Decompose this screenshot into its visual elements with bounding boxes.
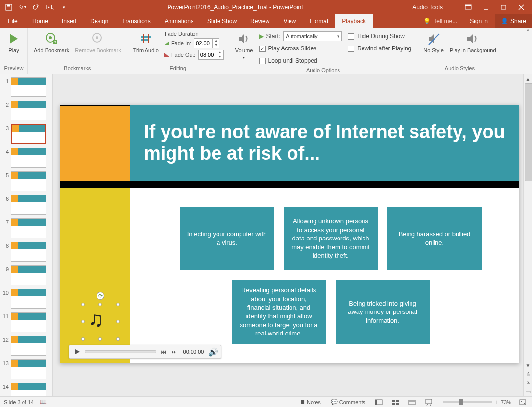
tell-me-search[interactable]: 💡 Tell me... (417, 14, 463, 28)
slide-thumbnail[interactable]: 6 (1, 195, 51, 215)
thumbnail-preview[interactable] (11, 171, 46, 191)
slide-card[interactable]: Allowing unknown persons to access your … (284, 207, 378, 270)
tab-view[interactable]: View (276, 14, 303, 28)
volume-icon[interactable]: 🔊 (209, 348, 217, 356)
tab-design[interactable]: Design (83, 14, 115, 28)
resize-handle[interactable] (81, 337, 85, 341)
slide-thumbnail[interactable]: 1 (1, 77, 51, 97)
ribbon-display-options-icon[interactable] (464, 3, 472, 11)
zoom-slider[interactable]: − + (443, 401, 492, 403)
slide-thumbnail[interactable]: 12 (1, 336, 51, 356)
reading-view-button[interactable] (407, 398, 417, 407)
save-icon[interactable] (5, 3, 13, 11)
play-preview-button[interactable]: Play (3, 30, 24, 55)
redo-icon[interactable] (32, 3, 40, 11)
thumbnail-preview[interactable] (11, 101, 46, 120)
play-in-background-button[interactable]: Play in Background (447, 30, 499, 55)
audio-track-slider[interactable] (85, 350, 156, 353)
rewind-after-playing-checkbox[interactable]: Rewind after Playing (348, 43, 411, 54)
slide-thumbnail[interactable]: 4 (1, 148, 51, 168)
thumbnail-preview[interactable] (11, 312, 46, 332)
thumbnail-preview[interactable] (11, 124, 46, 144)
play-button[interactable] (73, 347, 82, 356)
spinner-down[interactable]: ▼ (217, 55, 223, 59)
close-button[interactable] (517, 3, 525, 11)
qat-customize-icon[interactable]: ▾ (60, 3, 68, 11)
slide-thumbnail[interactable]: 7 (1, 218, 51, 238)
hide-during-show-checkbox[interactable]: Hide During Show (348, 31, 411, 42)
trim-audio-button[interactable]: Trim Audio (130, 30, 162, 55)
thumbnail-preview[interactable] (11, 383, 46, 396)
scrollbar-thumb[interactable] (525, 83, 532, 181)
thumbnail-preview[interactable] (11, 359, 46, 379)
fit-to-window-button[interactable] (517, 398, 528, 407)
fit-slide-icon[interactable]: ▭ (524, 387, 532, 396)
thumbnail-preview[interactable] (11, 289, 46, 309)
resize-handle[interactable] (116, 303, 120, 306)
tab-file[interactable]: File (0, 14, 25, 28)
resize-handle[interactable] (116, 320, 120, 323)
start-from-beginning-icon[interactable] (46, 3, 54, 11)
zoom-out-button[interactable]: − (436, 398, 440, 406)
tab-format[interactable]: Format (303, 14, 335, 28)
tab-playback[interactable]: Playback (335, 14, 373, 28)
resize-handle[interactable] (98, 303, 102, 306)
tab-home[interactable]: Home (25, 14, 55, 28)
zoom-slider-thumb[interactable] (459, 399, 463, 405)
spinner-down[interactable]: ▼ (212, 43, 219, 48)
tab-review[interactable]: Review (243, 14, 276, 28)
start-dropdown[interactable]: Automatically ▾ (283, 31, 342, 41)
zoom-percent[interactable]: 73% (501, 399, 511, 405)
fade-in-spinner[interactable]: ▲▼ (194, 38, 219, 48)
resize-handle[interactable] (98, 337, 102, 341)
slide-canvas[interactable]: If you're not aware of Internet safety, … (60, 105, 519, 363)
thumbnail-preview[interactable] (11, 336, 46, 356)
slide-thumbnail[interactable]: 3 (1, 124, 51, 144)
volume-button[interactable]: Volume▾ (232, 30, 256, 62)
slide-thumbnail[interactable]: 9 (1, 265, 51, 285)
thumbnail-preview[interactable] (11, 148, 46, 168)
thumbnail-preview[interactable] (11, 195, 46, 215)
sign-in-button[interactable]: Sign in (463, 14, 495, 28)
thumbnail-preview[interactable] (11, 77, 46, 97)
loop-until-stopped-checkbox[interactable]: Loop until Stopped (259, 55, 342, 66)
thumbnail-preview[interactable] (11, 242, 46, 262)
resize-handle[interactable] (81, 303, 85, 306)
no-style-button[interactable]: No Style (420, 30, 447, 55)
zoom-in-button[interactable]: + (495, 398, 499, 406)
fade-in-input[interactable] (194, 40, 212, 46)
notes-button[interactable]: ≣Notes (298, 399, 323, 405)
rotate-handle-icon[interactable]: ⟳ (97, 292, 104, 300)
slide-thumbnail[interactable]: 13 (1, 359, 51, 379)
skip-forward-icon[interactable]: ⏭ (170, 348, 178, 356)
add-bookmark-button[interactable]: Add Bookmark (31, 30, 72, 55)
slide-card[interactable]: Being tricked into giving away money or … (336, 280, 430, 344)
slide-show-button[interactable] (423, 398, 434, 407)
fade-out-spinner[interactable]: ▲▼ (198, 50, 224, 60)
tab-insert[interactable]: Insert (55, 14, 83, 28)
collapse-ribbon-icon[interactable]: ^ (527, 29, 529, 34)
slide-card[interactable]: Infecting your computer with a virus. (180, 207, 274, 270)
spinner-up[interactable]: ▲ (212, 39, 219, 43)
tab-transitions[interactable]: Transitions (115, 14, 157, 28)
comments-button[interactable]: 💬Comments (329, 399, 367, 405)
slide-card[interactable]: Revealing personal details about your lo… (232, 280, 326, 344)
slide-thumbnail[interactable]: 10 (1, 289, 51, 309)
audio-object-selected[interactable]: ⟳ ♫ (83, 305, 118, 339)
audio-mini-player[interactable]: ⏮ ⏭ 00:00.00 🔊 (69, 345, 221, 359)
undo-icon[interactable]: ▾ (19, 3, 26, 11)
resize-handle[interactable] (116, 337, 120, 341)
resize-handle[interactable] (81, 320, 85, 323)
play-across-slides-checkbox[interactable]: Play Across Slides (259, 43, 342, 54)
slide-sorter-button[interactable] (390, 398, 401, 407)
scroll-up-icon[interactable]: ▲ (524, 74, 532, 83)
slide-thumbnail[interactable]: 5 (1, 171, 51, 191)
vertical-scrollbar[interactable]: ▲ ▼ ≙ ≚ ▭ (523, 74, 532, 396)
maximize-button[interactable] (500, 3, 508, 11)
slide-thumbnail[interactable]: 2 (1, 101, 51, 120)
slide-thumbnail[interactable]: 14 (1, 383, 51, 396)
tab-slide-show[interactable]: Slide Show (200, 14, 243, 28)
slide-card[interactable]: Being harassed or bullied online. (387, 207, 482, 270)
skip-back-icon[interactable]: ⏮ (159, 348, 167, 356)
normal-view-button[interactable] (373, 398, 384, 407)
